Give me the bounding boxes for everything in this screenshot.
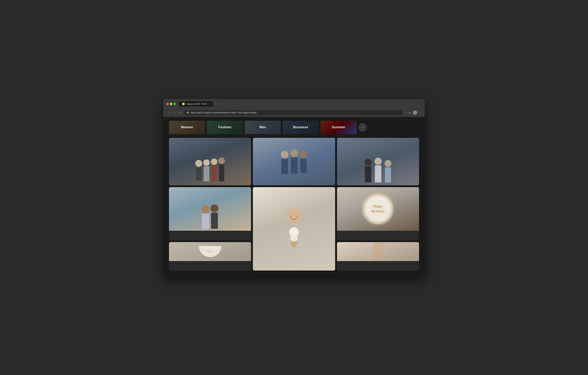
category-women-overlay: Women bbox=[169, 121, 205, 134]
category-business-overlay: Business bbox=[283, 121, 319, 134]
photo-card-group-friends[interactable] bbox=[169, 138, 251, 185]
category-next-button[interactable]: › bbox=[358, 123, 367, 132]
fullscreen-button[interactable] bbox=[174, 103, 176, 105]
photo-card-girl-window[interactable] bbox=[337, 242, 419, 271]
photo-card-selfie[interactable] bbox=[253, 138, 335, 185]
category-fashion-overlay: Fashion bbox=[207, 121, 243, 134]
photo-beach-friends bbox=[169, 187, 251, 231]
category-summer-label: Summer bbox=[332, 125, 345, 129]
photo-selfie bbox=[253, 138, 335, 185]
photo-birthday-cake: Happy Birthday bbox=[337, 187, 419, 231]
photo-card-plate-bottom[interactable]: Happ... bbox=[169, 242, 251, 271]
category-fashion-label: Fashion bbox=[218, 125, 231, 129]
category-men[interactable]: Men bbox=[245, 121, 281, 134]
browser-tab[interactable]: B happy people - Burst × bbox=[179, 101, 213, 107]
minimize-button[interactable] bbox=[170, 103, 172, 105]
tab-close-button[interactable]: × bbox=[209, 103, 210, 105]
avatar[interactable] bbox=[413, 110, 417, 115]
photo-group-friends bbox=[169, 138, 251, 185]
photo-ice-cream bbox=[253, 187, 335, 271]
menu-icon[interactable]: ⋮ bbox=[419, 111, 422, 114]
browser-window: B happy people - Burst × + ← → ↻ 🔒 https… bbox=[163, 99, 425, 276]
bookmark-icon[interactable]: ☆ bbox=[404, 111, 407, 114]
photo-card-birthday-cake[interactable]: Happy Birthday bbox=[337, 187, 419, 240]
tab-favicon: B bbox=[182, 103, 185, 105]
photo-plate-bottom: Happ... bbox=[169, 242, 251, 261]
back-button[interactable]: ← bbox=[166, 110, 170, 115]
refresh-button[interactable]: ↻ bbox=[178, 110, 182, 115]
photo-card-trio[interactable] bbox=[337, 138, 419, 185]
category-filter: Women Fashion Men Business bbox=[169, 121, 419, 134]
title-bar: B happy people - Burst × + bbox=[163, 99, 425, 109]
category-summer-overlay: Summer bbox=[321, 121, 357, 134]
tab-title: happy people - Burst bbox=[186, 103, 207, 105]
category-business-label: Business bbox=[293, 125, 308, 129]
layers-icon[interactable]: ⊞ bbox=[409, 111, 411, 114]
main-content: Women Fashion Men Business bbox=[163, 117, 425, 276]
photo-card-beach-friends[interactable] bbox=[169, 187, 251, 240]
url-text: https://burst.shopify.com/photos/search?… bbox=[190, 111, 257, 114]
toolbar-icons: ☆ ⊞ ⋮ bbox=[404, 110, 422, 115]
category-business[interactable]: Business bbox=[283, 121, 319, 134]
category-men-overlay: Men bbox=[245, 121, 281, 134]
category-women[interactable]: Women bbox=[169, 121, 205, 134]
url-bar[interactable]: 🔒 https://burst.shopify.com/photos/searc… bbox=[184, 110, 403, 115]
new-tab-button[interactable]: + bbox=[214, 101, 219, 107]
photo-card-ice-cream[interactable] bbox=[253, 187, 335, 271]
category-women-label: Women bbox=[181, 125, 193, 129]
traffic-lights bbox=[166, 103, 176, 105]
category-fashion[interactable]: Fashion bbox=[207, 121, 243, 134]
close-button[interactable] bbox=[166, 103, 169, 105]
address-bar: ← → ↻ 🔒 https://burst.shopify.com/photos… bbox=[163, 109, 425, 117]
lock-icon: 🔒 bbox=[186, 111, 189, 114]
photo-trio bbox=[337, 138, 419, 185]
category-summer[interactable]: Summer bbox=[321, 121, 357, 134]
category-men-label: Men bbox=[259, 125, 266, 129]
forward-button[interactable]: → bbox=[172, 110, 177, 115]
photo-girl-window bbox=[337, 242, 419, 261]
photo-grid: Happy Birthday Hap bbox=[169, 138, 419, 271]
next-arrow-icon: › bbox=[362, 126, 363, 129]
tab-bar: B happy people - Burst × + bbox=[179, 101, 219, 107]
